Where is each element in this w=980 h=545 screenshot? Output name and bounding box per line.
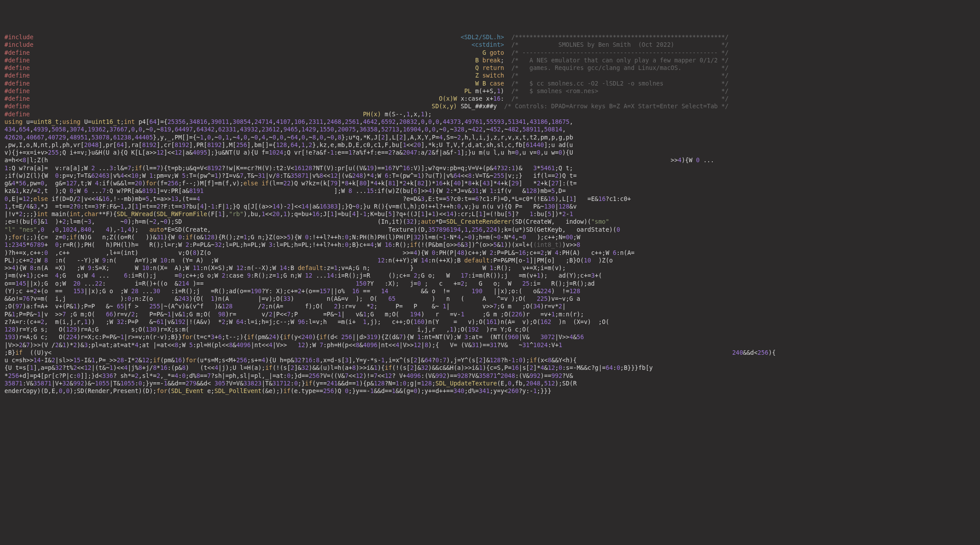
code-block: #include <SDL2/SDL.h> /*****************… bbox=[4, 33, 976, 395]
